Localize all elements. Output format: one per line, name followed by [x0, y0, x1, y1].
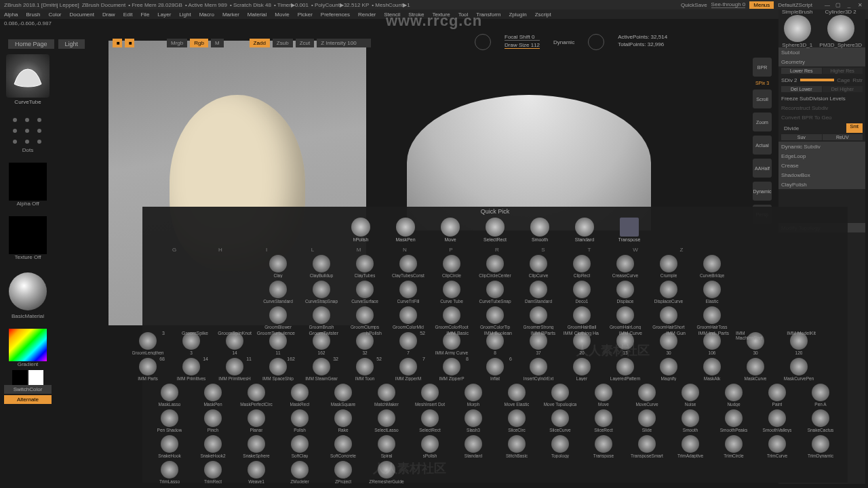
tool-simplebrush[interactable]: [784, 15, 811, 42]
suv-button[interactable]: Suv: [781, 134, 822, 140]
quickpick-standard[interactable]: Standard: [565, 218, 604, 242]
brush-3[interactable]: GroomSpike3: [172, 332, 211, 355]
brush-11[interactable]: GroomTurbulence11: [258, 332, 298, 355]
alpha-letter-W[interactable]: W: [616, 247, 655, 253]
brush-maskpen[interactable]: MaskPen: [193, 384, 233, 407]
menu-document[interactable]: Document: [70, 12, 94, 18]
brush-groomerstrong[interactable]: GroomerStrong: [519, 306, 558, 329]
brush-curvestrapsnap[interactable]: CurveStrapSnap: [302, 281, 341, 304]
brush-deco1[interactable]: Deco1: [562, 281, 601, 304]
brush-30[interactable]: IMM Gun30: [649, 332, 688, 355]
menu-color[interactable]: Color: [48, 12, 61, 18]
alternate-button[interactable]: Alternate: [4, 395, 52, 404]
brush-trimrect[interactable]: TrimRect: [193, 461, 233, 484]
brush-smooth[interactable]: Smooth: [671, 409, 710, 432]
brush-softconcrete[interactable]: SoftConcrete: [323, 435, 363, 458]
menu-file[interactable]: File: [140, 12, 149, 18]
edgeloop-header[interactable]: EdgeLoop: [778, 151, 865, 161]
alpha-letter-Z[interactable]: Z: [662, 247, 701, 253]
zcut-button[interactable]: Zcut: [296, 39, 315, 47]
brush-move-topologica[interactable]: Move Topologica: [540, 384, 580, 407]
menu-draw[interactable]: Draw: [102, 12, 115, 18]
defaultz-button[interactable]: DefaultZScript: [778, 2, 812, 8]
dynamic-button[interactable]: Dynamic: [553, 39, 574, 45]
tool-pm3d[interactable]: [827, 15, 854, 42]
aahalf-button[interactable]: AAHalf: [753, 159, 772, 178]
brush-imm-primitives[interactable]: 14IMM Primitives: [172, 358, 211, 381]
home-page-button[interactable]: Home Page: [8, 39, 54, 49]
sdiv-slider[interactable]: SDiv 2: [781, 77, 797, 83]
geometry-header[interactable]: Geometry: [778, 57, 865, 66]
menu-alpha[interactable]: Alpha: [4, 12, 18, 18]
dynsub-header[interactable]: Dynamic Subdiv: [778, 142, 865, 151]
alpha-letter-R[interactable]: R: [477, 247, 517, 253]
brush-106[interactable]: IMM Ind. Parts106: [692, 332, 732, 355]
seethrough-slider[interactable]: See-through 0: [711, 1, 746, 8]
brush-curvestandard[interactable]: CurveStandard: [258, 281, 298, 304]
rgb-button[interactable]: Rgb: [190, 39, 208, 47]
brush-curvesurface[interactable]: CurveSurface: [345, 281, 384, 304]
menu-preferences[interactable]: Preferences: [321, 12, 350, 18]
texture-thumbnail[interactable]: [9, 216, 47, 254]
brush-crumple[interactable]: Crumple: [649, 255, 688, 278]
brush-selectrect[interactable]: SelectRect: [410, 409, 450, 432]
convert-bpr[interactable]: Convert BPR To Geo: [778, 113, 865, 122]
brush-groombrush[interactable]: GroomBrush: [302, 306, 341, 329]
brush-14[interactable]: GroomSpinKnot14: [215, 332, 254, 355]
higherres-button[interactable]: Higher Res: [823, 68, 863, 74]
brush-clay[interactable]: Clay: [258, 255, 298, 278]
brush-imm-zipperm[interactable]: 7IMM ZipperM: [389, 358, 428, 381]
brush-zproject[interactable]: ZProject: [323, 461, 363, 484]
brush-noise[interactable]: Noise: [671, 384, 710, 407]
brush-groomlengthen[interactable]: 3GroomLengthen: [128, 332, 167, 355]
brush-layeredpattern[interactable]: LayeredPattern: [606, 358, 645, 381]
menu-edit[interactable]: Edit: [123, 12, 133, 18]
brush-selectlasso[interactable]: SelectLasso: [367, 409, 406, 432]
menu-macro[interactable]: Macro: [199, 12, 214, 18]
zintensity-slider[interactable]: Z Intensity 100: [317, 39, 371, 47]
brush-120[interactable]: IMM ModelKit120: [779, 332, 818, 355]
brush-claytubes[interactable]: ClayTubes: [345, 255, 384, 278]
brush-slash3[interactable]: Slash3: [454, 409, 493, 432]
quickpick-move[interactable]: Move: [431, 218, 470, 242]
brush-elastic[interactable]: Elastic: [692, 281, 732, 304]
brush-slide[interactable]: Slide: [627, 409, 667, 432]
alpha-letter-M[interactable]: M: [339, 247, 378, 253]
freeze-subdiv[interactable]: Freeze SubDivision Levels: [778, 94, 865, 103]
brush-claytubesconst[interactable]: ClayTubesConst: [389, 255, 428, 278]
menu-zplugin[interactable]: Zplugin: [509, 12, 526, 18]
brush-trimcircle[interactable]: TrimCircle: [714, 435, 753, 458]
brush-curvetubesnap[interactable]: CurveTubeSnap: [475, 281, 515, 304]
brush-matchmaker[interactable]: MatchMaker: [367, 384, 406, 407]
reconstruct-subdiv[interactable]: Reconstruct Subdiv: [778, 103, 865, 113]
menu-picker[interactable]: Picker: [298, 12, 313, 18]
brush-pinch[interactable]: Pinch: [193, 409, 233, 432]
brush-slicecirc[interactable]: SliceCirc: [497, 409, 536, 432]
quickpick-selectrect[interactable]: SelectRect: [475, 218, 515, 242]
brush-claybuildup[interactable]: ClayBuildup: [302, 255, 341, 278]
divide-button[interactable]: Divide: [781, 123, 846, 133]
gizmo2-icon[interactable]: [588, 34, 604, 50]
window-close[interactable]: ✕: [856, 1, 864, 8]
brush-imm-steamgear[interactable]: 32IMM SteamGear: [302, 358, 341, 381]
actual-button[interactable]: Actual: [753, 136, 772, 155]
brush-layer[interactable]: Layer: [562, 358, 601, 381]
lowerres-button[interactable]: Lower Res: [781, 68, 822, 74]
zadd-button[interactable]: Zadd: [250, 39, 270, 47]
brush-maskperfectcirc[interactable]: MaskPerfectCirc: [237, 384, 276, 407]
window-minimize2[interactable]: _: [845, 1, 853, 8]
menu-render[interactable]: Render: [358, 12, 376, 18]
brush-planar[interactable]: Planar: [237, 409, 276, 432]
brush-zmodeler[interactable]: ZModeler: [280, 461, 319, 484]
brush-imm-spaceship[interactable]: 162IMM SpaceShip: [258, 358, 298, 381]
claypolish-header[interactable]: ClayPolish: [778, 180, 865, 189]
brush-curvebridge[interactable]: CurveBridge: [692, 255, 732, 278]
brush-trimdynamic[interactable]: TrimDynamic: [801, 435, 840, 458]
alpha-thumbnail[interactable]: [9, 163, 47, 201]
brush-clipcurve[interactable]: ClipCurve: [519, 255, 558, 278]
quickpick-smooth[interactable]: Smooth: [520, 218, 559, 242]
brush-30[interactable]: IMM MachinePart30: [736, 332, 775, 355]
scroll-button[interactable]: Scroll: [753, 89, 772, 108]
brush-masklasso[interactable]: MaskLasso: [150, 384, 189, 407]
brush-imm-toon[interactable]: 52IMM Toon: [345, 358, 384, 381]
